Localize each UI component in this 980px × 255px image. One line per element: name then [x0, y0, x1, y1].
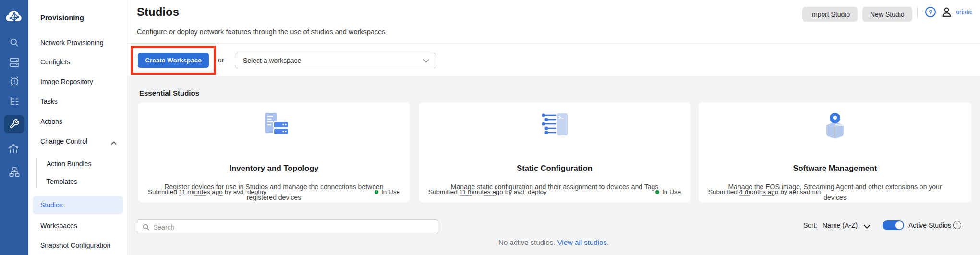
studio-card-static-configuration[interactable]: Static Configuration Manage static confi… [419, 102, 690, 202]
header-divider [917, 6, 918, 17]
sidebar-item-workspaces[interactable]: Workspaces [40, 222, 77, 230]
sidebar-item-change-control[interactable]: Change Control [40, 137, 87, 145]
active-studios-toggle[interactable] [883, 220, 904, 230]
inventory-topology-icon [138, 112, 410, 137]
sort-value-dropdown[interactable]: Name (A-Z) [823, 221, 858, 229]
sidebar-item-studios[interactable]: Studios [40, 201, 63, 209]
username-label[interactable]: arista [956, 8, 972, 16]
software-management-icon [699, 112, 971, 139]
or-label: or [218, 56, 224, 64]
essential-studios-heading: Essential Studios [139, 89, 199, 97]
page-subtitle: Configure or deploy network features thr… [137, 28, 385, 36]
info-icon[interactable]: i [953, 221, 961, 229]
chevron-up-icon[interactable] [111, 138, 117, 147]
studios-panel: Essential Studios Inventory and Topology… [127, 76, 980, 255]
status-dot-icon [655, 190, 659, 194]
submitted-time[interactable]: 11 minutes ago [460, 188, 503, 196]
annotation-highlight-box [131, 46, 216, 75]
studio-card-software-management[interactable]: Software Management Manage the EOS image… [699, 102, 971, 202]
dashboards-metrics-icon[interactable] [0, 144, 28, 154]
search-icon[interactable] [0, 37, 28, 48]
card-title: Static Configuration [419, 164, 690, 173]
provisioning-wrench-icon[interactable] [0, 118, 28, 130]
sidebar-item-templates[interactable]: Templates [47, 178, 77, 185]
static-configuration-icon [419, 112, 690, 137]
sidebar-item-actions[interactable]: Actions [40, 118, 62, 125]
sort-label: Sort: [803, 221, 818, 229]
card-title: Inventory and Topology [138, 164, 410, 173]
status-dot-icon [375, 190, 378, 194]
events-alarm-icon[interactable]: ! [0, 76, 28, 86]
card-title: Software Management [699, 164, 971, 173]
card-submitted-info: Submitted 4 months ago by aerisadmin [708, 188, 962, 195]
devices-icon[interactable] [0, 57, 28, 68]
toggle-knob [895, 221, 903, 229]
search-input[interactable] [153, 223, 433, 231]
submitted-time[interactable]: 11 minutes ago [179, 188, 223, 196]
workspace-select-placeholder: Select a workspace [243, 57, 423, 64]
sidebar-item-tasks[interactable]: Tasks [40, 97, 58, 105]
header-rule [127, 43, 980, 44]
status-badge: In Use [655, 188, 681, 195]
chevron-down-icon [423, 59, 429, 63]
empty-state-message: No active studios. View all studios. [127, 238, 980, 246]
sidebar-item-snapshot-configuration[interactable]: Snapshot Configuration [40, 242, 110, 249]
sidebar-item-image-repository[interactable]: Image Repository [40, 78, 93, 85]
user-icon[interactable] [941, 6, 953, 20]
subnav-indent-line [36, 157, 37, 189]
sidebar-title: Provisioning [40, 13, 84, 22]
workspace-select-dropdown[interactable]: Select a workspace [235, 53, 436, 68]
status-badge: In Use [375, 188, 400, 195]
import-studio-button[interactable]: Import Studio [802, 7, 858, 22]
chevron-down-icon[interactable] [863, 222, 871, 231]
card-submitted-info: Submitted 11 minutes ago by avd_deploy [148, 188, 375, 195]
view-all-studios-link[interactable]: View all studios [557, 238, 607, 246]
svg-text:!: ! [13, 79, 15, 85]
active-studios-label: Active Studios [908, 221, 951, 229]
help-icon[interactable]: ? [925, 7, 936, 17]
submitted-time[interactable]: 4 months ago [739, 188, 779, 196]
search-icon [142, 223, 150, 231]
sidebar-item-action-bundles[interactable]: Action Bundles [47, 160, 91, 168]
new-studio-button[interactable]: New Studio [862, 7, 912, 22]
network-tree-icon[interactable] [0, 96, 28, 107]
search-input-wrapper [137, 219, 438, 234]
studio-card-inventory-and-topology[interactable]: Inventory and Topology Register devices … [138, 102, 410, 202]
cloudvision-logo-icon[interactable] [0, 7, 28, 26]
sidebar-item-network-provisioning[interactable]: Network Provisioning [40, 39, 104, 47]
nav-rail: ! [0, 0, 28, 255]
page-title: Studios [137, 5, 179, 19]
sidebar: Provisioning Network Provisioning Config… [28, 0, 127, 255]
sidebar-item-configlets[interactable]: Configlets [40, 58, 70, 66]
card-submitted-info: Submitted 11 minutes ago by avd_deploy [428, 188, 655, 195]
topology-icon[interactable] [0, 167, 28, 177]
